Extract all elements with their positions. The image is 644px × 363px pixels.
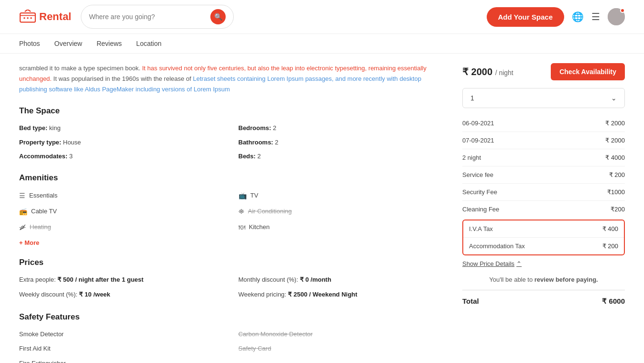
amenity-tv: 📺 TV — [239, 189, 448, 202]
amenities-grid: ☰ Essentials 📺 TV 📻 Cable TV ❄ Air Condi… — [19, 189, 448, 233]
chevron-up-icon: ⌃ — [516, 260, 522, 267]
tax-label: Accommodation Tax — [469, 242, 525, 250]
fee-amount: ₹ 2000 — [605, 137, 625, 144]
menu-icon[interactable]: ☰ — [591, 11, 600, 22]
amenity-cable-tv: 📻 Cable TV — [19, 205, 229, 218]
tax-amount: ₹ 200 — [602, 242, 618, 250]
fee-list: 06-09-2021 ₹ 2000 07-09-2021 ₹ 2000 2 ni… — [462, 115, 625, 218]
safety-fire-ext: Fire Extinguisher — [19, 358, 229, 363]
total-label: Total — [462, 297, 479, 306]
globe-icon[interactable]: 🌐 — [572, 11, 584, 22]
avatar[interactable] — [608, 8, 625, 25]
fee-row-date2: 07-09-2021 ₹ 2000 — [462, 132, 625, 149]
chevron-down-icon: ⌄ — [611, 94, 617, 102]
total-row: Total ₹ 6000 — [462, 290, 625, 308]
intro-text: scrambled it to make a type specimen boo… — [19, 63, 448, 95]
price-value: ₹ 2000 — [462, 66, 492, 77]
search-bar: 🔍 — [81, 5, 234, 29]
nav-overview[interactable]: Overview — [55, 40, 82, 47]
space-item: Property type: House — [19, 137, 229, 148]
search-button[interactable]: 🔍 — [210, 9, 226, 24]
search-input[interactable] — [89, 13, 207, 21]
amenities-title: Amenities — [19, 173, 448, 183]
total-amount: ₹ 6000 — [602, 297, 625, 306]
safety-card: Safety Card — [239, 343, 448, 355]
fee-amount: ₹ 2000 — [605, 120, 625, 127]
logo[interactable]: Rental — [19, 10, 71, 24]
the-space-section: The Space Bed type: king Bedrooms: 2 Pro… — [19, 106, 448, 162]
amenity-heating: 🌶 Heating — [19, 221, 229, 234]
fee-label: Security Fee — [462, 188, 497, 196]
add-space-button[interactable]: Add Your Space — [487, 7, 564, 27]
fee-label: Cleaning Fee — [462, 206, 499, 213]
main-layout: scrambled it to make a type specimen boo… — [0, 54, 644, 363]
safety-grid: Smoke Detector Carbon Monoxide Detector … — [19, 329, 448, 363]
fee-row-date1: 06-09-2021 ₹ 2000 — [462, 115, 625, 132]
show-price-details[interactable]: Show Price Details ⌃ — [462, 260, 625, 267]
tax-section: I.V.A Tax ₹ 400 Accommodation Tax ₹ 200 — [462, 220, 625, 255]
review-note: You'll be able to review before paying. — [462, 272, 625, 287]
kitchen-icon: 🍽 — [239, 221, 245, 234]
prices-title: Prices — [19, 258, 448, 267]
fee-amount: ₹ 200 — [609, 171, 625, 178]
price-weekend: Weekend pricing: ₹ 2500 / Weekend Night — [239, 289, 448, 301]
fee-amount: ₹200 — [611, 206, 625, 213]
svg-point-3 — [30, 17, 32, 19]
pricing-panel: ₹ 2000 / night Check Availability 1 ⌄ 06… — [462, 63, 625, 363]
space-item: Bed type: king — [19, 122, 229, 133]
fee-label: 06-09-2021 — [462, 120, 494, 127]
amenities-section: Amenities ☰ Essentials 📺 TV 📻 Cable TV ❄… — [19, 173, 448, 246]
ac-icon: ❄ — [239, 205, 244, 218]
header-right: Add Your Space 🌐 ☰ — [487, 7, 625, 27]
price-header: ₹ 2000 / night Check Availability — [462, 63, 625, 80]
heating-icon: 🌶 — [19, 221, 26, 234]
tv-icon: 📺 — [239, 189, 247, 202]
svg-point-1 — [23, 17, 25, 19]
prices-section: Prices Extra people: ₹ 500 / night after… — [19, 258, 448, 300]
fee-amount: ₹ 4000 — [605, 154, 625, 161]
check-availability-button[interactable]: Check Availability — [551, 63, 625, 80]
intro-highlight-2: Letraset sheets containing Lorem Ipsum p… — [19, 75, 421, 93]
header: Rental 🔍 Add Your Space 🌐 ☰ — [0, 0, 644, 34]
fee-row-security: Security Fee ₹1000 — [462, 184, 625, 201]
svg-point-2 — [27, 17, 29, 19]
tax-row-iva: I.V.A Tax ₹ 400 — [463, 220, 624, 238]
amenity-ac: ❄ Air Conditioning — [239, 205, 448, 218]
tax-amount: ₹ 400 — [602, 225, 618, 232]
prices-grid: Extra people: ₹ 500 / night after the 1 … — [19, 274, 448, 300]
more-amenities-link[interactable]: + More — [19, 239, 448, 246]
price-monthly: Monthly discount (%): ₹ 0 /month — [239, 274, 448, 286]
nav-location[interactable]: Location — [136, 40, 162, 47]
safety-smoke: Smoke Detector — [19, 329, 229, 341]
left-content: scrambled it to make a type specimen boo… — [19, 63, 448, 363]
search-icon: 🔍 — [214, 13, 222, 21]
show-price-details-label: Show Price Details — [462, 260, 514, 267]
fee-amount: ₹1000 — [607, 188, 625, 196]
tax-label: I.V.A Tax — [469, 225, 493, 232]
space-item: Accommodates: 3 — [19, 151, 229, 162]
essentials-icon: ☰ — [19, 189, 25, 202]
fee-label: 2 night — [462, 154, 481, 161]
review-note-bold: review before paying. — [535, 276, 598, 283]
the-space-title: The Space — [19, 106, 448, 116]
amenity-kitchen: 🍽 Kitchen — [239, 221, 448, 234]
notification-dot — [620, 8, 625, 13]
cable-tv-icon: 📻 — [19, 205, 27, 218]
tax-row-accommodation: Accommodation Tax ₹ 200 — [463, 238, 624, 254]
sub-nav: Photos Overview Reviews Location — [0, 34, 644, 54]
nav-reviews[interactable]: Reviews — [97, 40, 122, 47]
per-night-label: / night — [495, 69, 513, 77]
guests-select[interactable]: 1 ⌄ — [462, 88, 625, 108]
amenity-essentials: ☰ Essentials — [19, 189, 229, 202]
space-grid: Bed type: king Bedrooms: 2 Property type… — [19, 122, 448, 162]
safety-first-aid: First Aid Kit — [19, 343, 229, 355]
safety-section: Safety Features Smoke Detector Carbon Mo… — [19, 312, 448, 363]
space-item: Bedrooms: 2 — [239, 122, 448, 133]
price-extra-people: Extra people: ₹ 500 / night after the 1 … — [19, 274, 229, 286]
fee-label: 07-09-2021 — [462, 137, 494, 144]
price-per-night: ₹ 2000 / night — [462, 66, 513, 77]
space-item: Beds: 2 — [239, 151, 448, 162]
nav-photos[interactable]: Photos — [19, 40, 40, 47]
fee-row-cleaning: Cleaning Fee ₹200 — [462, 201, 625, 218]
fee-row-nights: 2 night ₹ 4000 — [462, 149, 625, 166]
